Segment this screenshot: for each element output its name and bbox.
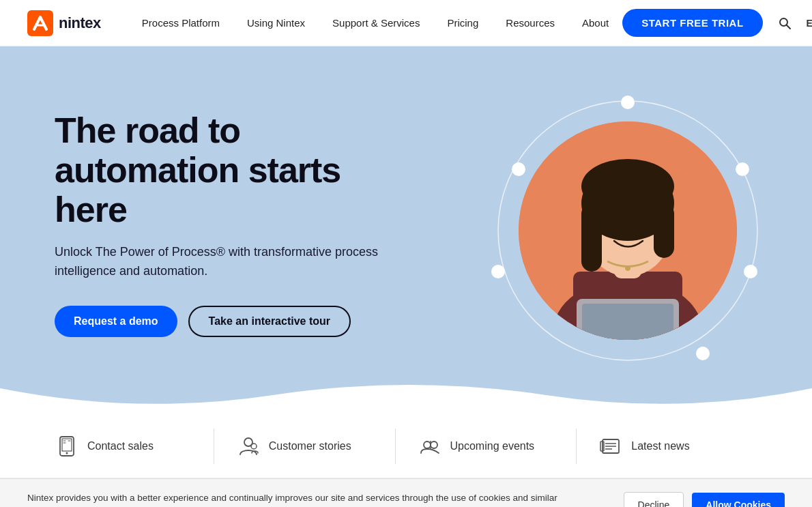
search-button[interactable] — [774, 12, 796, 34]
svg-point-5 — [736, 162, 749, 176]
contact-sales-item[interactable]: Contact sales — [55, 429, 214, 464]
events-icon — [418, 434, 442, 459]
svg-point-20 — [625, 265, 630, 271]
svg-point-9 — [512, 162, 525, 176]
customer-stories-item[interactable]: Customer stories — [236, 429, 396, 464]
cookie-banner: Nintex provides you with a better experi… — [0, 478, 812, 507]
navbar: nintex Process Platform Using Nintex Sup… — [0, 0, 812, 46]
nav-links: Process Platform Using Nintex Support & … — [128, 0, 622, 46]
person-circle — [519, 121, 737, 340]
hero-subtitle: Unlock The Power of Process® with transf… — [55, 243, 409, 281]
hero-wave — [0, 361, 812, 415]
nav-using-nintex[interactable]: Using Nintex — [233, 0, 319, 46]
svg-line-2 — [786, 25, 790, 29]
nav-right: START FREE TRIAL EN — [622, 9, 812, 37]
request-demo-button[interactable]: Request a demo — [55, 306, 177, 337]
cookie-text-before: Nintex provides you with a better experi… — [27, 493, 557, 507]
news-icon — [598, 434, 623, 459]
nintex-logo-icon — [27, 10, 53, 36]
cookie-text: Nintex provides you with a better experi… — [27, 491, 573, 507]
hero-image-container — [484, 87, 771, 374]
bottom-bar: Contact sales Customer stories Upcoming … — [0, 415, 812, 478]
svg-rect-16 — [581, 203, 602, 272]
interactive-tour-button[interactable]: Take an interactive tour — [188, 306, 351, 337]
svg-rect-0 — [27, 10, 53, 36]
logo-text: nintex — [59, 14, 101, 32]
svg-rect-22 — [582, 304, 673, 340]
svg-point-29 — [431, 441, 437, 448]
nav-pricing[interactable]: Pricing — [433, 0, 492, 46]
svg-point-27 — [251, 444, 257, 449]
decline-cookies-button[interactable]: Decline — [624, 492, 684, 507]
hero-title: The road to automation starts here — [55, 111, 409, 230]
search-icon — [778, 16, 792, 30]
phone-icon — [55, 434, 79, 459]
language-selector[interactable]: EN — [807, 18, 812, 29]
svg-point-6 — [744, 265, 757, 278]
upcoming-events-label: Upcoming events — [450, 440, 535, 452]
logo[interactable]: nintex — [27, 10, 101, 36]
person-icon — [236, 434, 261, 459]
nav-support-services[interactable]: Support & Services — [319, 0, 433, 46]
start-trial-button[interactable]: START FREE TRIAL — [622, 9, 762, 37]
svg-point-25 — [66, 452, 68, 454]
latest-news-label: Latest news — [631, 440, 689, 452]
svg-point-4 — [621, 96, 635, 109]
contact-sales-label: Contact sales — [87, 440, 154, 452]
svg-point-18 — [581, 159, 674, 214]
svg-rect-17 — [654, 203, 674, 258]
allow-cookies-button[interactable]: Allow Cookies — [692, 493, 785, 507]
customer-stories-label: Customer stories — [269, 440, 351, 452]
hero-buttons: Request a demo Take an interactive tour — [55, 306, 409, 337]
upcoming-events-item[interactable]: Upcoming events — [418, 429, 577, 464]
nav-resources[interactable]: Resources — [492, 0, 568, 46]
person-image — [519, 121, 737, 340]
hero-content: The road to automation starts here Unloc… — [55, 111, 409, 337]
latest-news-item[interactable]: Latest news — [598, 429, 757, 464]
svg-point-8 — [491, 265, 505, 278]
nav-about[interactable]: About — [568, 0, 622, 46]
nav-process-platform[interactable]: Process Platform — [128, 0, 233, 46]
svg-point-7 — [696, 347, 710, 360]
svg-point-28 — [424, 441, 431, 448]
svg-point-19 — [633, 220, 643, 231]
hero-section: The road to automation starts here Unloc… — [0, 46, 812, 415]
cookie-buttons: Decline Allow Cookies — [624, 492, 785, 507]
